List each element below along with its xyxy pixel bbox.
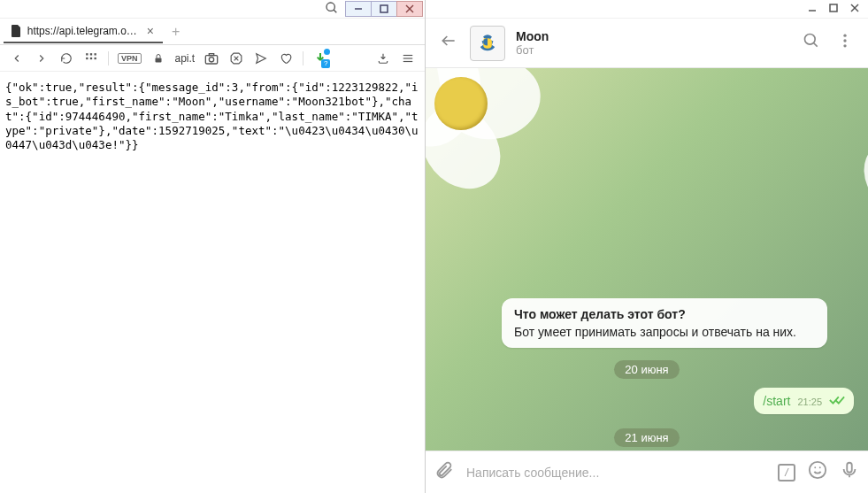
svg-rect-24 bbox=[830, 4, 837, 12]
download-tray-icon[interactable] bbox=[375, 50, 391, 66]
search-icon[interactable] bbox=[325, 1, 339, 18]
svg-point-34 bbox=[843, 44, 846, 47]
microphone-icon[interactable] bbox=[840, 460, 859, 484]
window-controls bbox=[0, 0, 425, 19]
svg-rect-7 bbox=[90, 53, 92, 55]
menu-icon[interactable] bbox=[400, 50, 416, 66]
maximize-button[interactable] bbox=[371, 1, 397, 17]
message-text: /start bbox=[763, 394, 790, 408]
chat-area: Что может делать этот бот? Бот умеет при… bbox=[426, 68, 868, 451]
date-separator: 21 июня bbox=[614, 428, 679, 447]
send-icon[interactable] bbox=[253, 50, 269, 66]
notification-dot bbox=[324, 49, 330, 55]
svg-line-1 bbox=[334, 10, 336, 12]
svg-rect-10 bbox=[90, 57, 92, 58]
browser-window: https://api.telegram.org/bo × + VPN api.… bbox=[0, 0, 426, 493]
browser-tab[interactable]: https://api.telegram.org/bo × bbox=[4, 20, 163, 43]
telegram-window: Moon бот Что может bbox=[426, 0, 868, 493]
page-icon bbox=[11, 25, 22, 37]
svg-rect-3 bbox=[380, 5, 388, 12]
more-icon[interactable] bbox=[836, 32, 854, 54]
forward-icon[interactable] bbox=[34, 50, 50, 66]
svg-point-37 bbox=[819, 466, 821, 468]
separator bbox=[303, 51, 303, 65]
chat-subtitle: бот bbox=[516, 43, 803, 57]
svg-point-14 bbox=[210, 57, 214, 61]
window-controls bbox=[426, 0, 868, 19]
address-text[interactable]: api.t bbox=[175, 52, 196, 65]
message-input[interactable] bbox=[466, 466, 765, 480]
minimize-button[interactable] bbox=[345, 1, 372, 17]
apps-icon[interactable] bbox=[83, 50, 99, 66]
bot-description-text: Бот умеет принимать запросы и отвечать н… bbox=[514, 325, 815, 339]
avatar[interactable] bbox=[470, 26, 505, 61]
svg-point-36 bbox=[814, 466, 816, 468]
chat-header: Moon бот bbox=[426, 19, 868, 68]
svg-line-31 bbox=[814, 43, 818, 47]
chat-name: Moon bbox=[516, 29, 803, 43]
separator bbox=[108, 51, 109, 65]
close-button[interactable] bbox=[850, 3, 859, 15]
close-button[interactable] bbox=[396, 1, 423, 17]
svg-point-30 bbox=[805, 35, 816, 45]
download-badge: ? bbox=[321, 59, 330, 68]
new-tab-button[interactable]: + bbox=[163, 24, 188, 40]
emoji-icon[interactable] bbox=[808, 460, 827, 484]
attach-icon[interactable] bbox=[434, 460, 454, 484]
page-content[interactable]: {"ok":true,"result":{"message_id":3,"fro… bbox=[0, 72, 425, 493]
svg-rect-8 bbox=[95, 53, 96, 55]
svg-rect-6 bbox=[86, 53, 88, 55]
commands-icon[interactable]: / bbox=[778, 464, 795, 481]
minimize-button[interactable] bbox=[808, 3, 817, 15]
heart-icon[interactable] bbox=[278, 50, 294, 66]
svg-point-32 bbox=[843, 35, 846, 37]
message-row: /start 21:25 bbox=[440, 388, 854, 414]
download-arrow-icon[interactable]: ? bbox=[312, 50, 328, 66]
read-checks-icon bbox=[829, 394, 845, 408]
svg-point-0 bbox=[326, 3, 334, 11]
block-icon[interactable] bbox=[228, 50, 244, 66]
maximize-button[interactable] bbox=[829, 3, 838, 15]
message-time: 21:25 bbox=[797, 397, 822, 407]
outgoing-message[interactable]: /start 21:25 bbox=[754, 388, 854, 414]
svg-rect-38 bbox=[847, 463, 852, 473]
date-separator: 20 июня bbox=[614, 360, 679, 379]
back-icon[interactable] bbox=[440, 32, 457, 55]
message-input-bar: / bbox=[426, 451, 868, 493]
svg-rect-9 bbox=[86, 57, 88, 58]
svg-point-35 bbox=[810, 462, 826, 478]
search-icon[interactable] bbox=[803, 32, 820, 54]
svg-rect-12 bbox=[155, 58, 161, 62]
bot-description-card: Что может делать этот бот? Бот умеет при… bbox=[502, 298, 827, 348]
reload-icon[interactable] bbox=[58, 50, 74, 66]
browser-toolbar: VPN api.t ? bbox=[0, 45, 425, 72]
svg-point-33 bbox=[843, 39, 846, 42]
bot-description-question: Что может делать этот бот? bbox=[514, 307, 815, 321]
tab-title: https://api.telegram.org/bo bbox=[27, 25, 140, 37]
camera-icon[interactable] bbox=[204, 50, 219, 66]
svg-marker-19 bbox=[257, 53, 266, 63]
back-icon[interactable] bbox=[9, 50, 25, 66]
tab-close-icon[interactable]: × bbox=[145, 24, 156, 38]
svg-rect-15 bbox=[210, 53, 214, 55]
svg-rect-11 bbox=[95, 57, 96, 58]
vpn-badge[interactable]: VPN bbox=[118, 53, 142, 64]
lock-icon bbox=[150, 50, 166, 66]
tab-bar: https://api.telegram.org/bo × + bbox=[0, 19, 425, 45]
